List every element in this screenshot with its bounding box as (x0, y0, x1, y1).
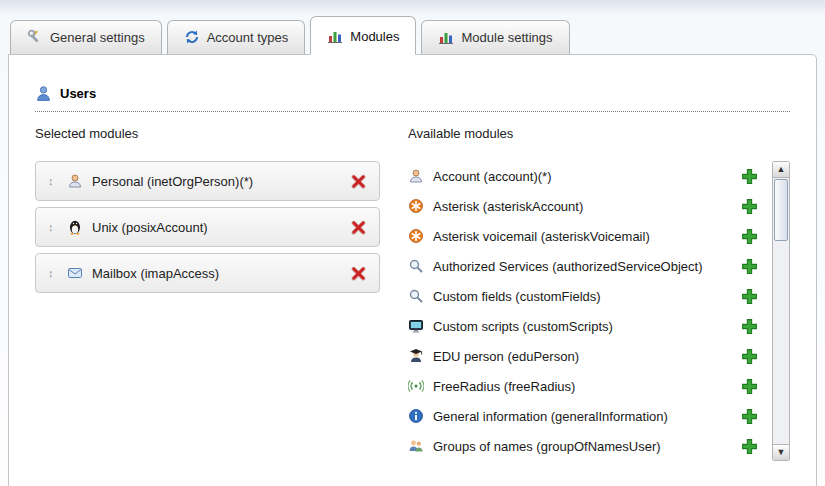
group-icon (408, 438, 424, 454)
scroll-down-button[interactable]: ▼ (773, 444, 789, 460)
info-icon (408, 408, 424, 424)
available-module-row: FreeRadius (freeRadius) (408, 371, 772, 401)
section-title: Users (60, 86, 96, 101)
add-module-button[interactable] (741, 228, 758, 245)
tab-label: Account types (207, 30, 289, 45)
module-label: Authorized Services (authorizedServiceOb… (433, 259, 741, 274)
drag-handle-icon[interactable]: ↕ (48, 267, 64, 279)
module-label: EDU person (eduPerson) (433, 349, 741, 364)
tab-label: Modules (350, 29, 399, 44)
asterisk-icon (408, 228, 424, 244)
module-label: Personal (inetOrgPerson)(*) (92, 174, 350, 189)
scroll-up-button[interactable]: ▲ (773, 162, 789, 178)
selected-module-row[interactable]: ↕ Personal (inetOrgPerson)(*) (35, 161, 380, 201)
edu-icon (408, 348, 424, 364)
asterisk-icon (408, 198, 424, 214)
module-label: FreeRadius (freeRadius) (433, 379, 741, 394)
scrollbar-track[interactable] (773, 178, 789, 444)
selected-modules-heading: Selected modules (35, 126, 380, 141)
section-header: Users (35, 85, 790, 112)
tab-module-settings[interactable]: Module settings (421, 20, 569, 54)
available-modules-heading: Available modules (408, 126, 790, 141)
available-module-row: Custom scripts (customScripts) (408, 311, 772, 341)
module-label: Account (account)(*) (433, 169, 741, 184)
drag-handle-icon[interactable]: ↕ (48, 221, 64, 233)
magnifier-icon (408, 258, 424, 274)
available-module-row: Asterisk voicemail (asteriskVoicemail) (408, 221, 772, 251)
mail-icon (67, 265, 83, 281)
add-module-button[interactable] (741, 378, 758, 395)
available-modules-column: Available modules Account (account)(*) (408, 126, 790, 461)
user-blue-icon (35, 85, 52, 102)
tab-label: General settings (50, 30, 145, 45)
available-module-row: Asterisk (asteriskAccount) (408, 191, 772, 221)
available-module-row: Account (account)(*) (408, 161, 772, 191)
tab-general-settings[interactable]: General settings (10, 20, 162, 54)
module-label: Custom fields (customFields) (433, 289, 741, 304)
module-label: Groups of names (groupOfNamesUser) (433, 439, 741, 454)
modules-panel: Users Selected modules ↕ Personal (inetO… (8, 54, 817, 486)
add-module-button[interactable] (741, 318, 758, 335)
selected-modules-column: Selected modules ↕ Personal (inetOrgPers… (35, 126, 380, 461)
module-label: Unix (posixAccount) (92, 220, 350, 235)
tab-account-types[interactable]: Account types (167, 20, 306, 54)
chart-icon (327, 28, 343, 44)
remove-module-button[interactable] (350, 173, 367, 190)
remove-module-button[interactable] (350, 219, 367, 236)
module-columns: Selected modules ↕ Personal (inetOrgPers… (35, 126, 790, 461)
radius-icon (408, 378, 424, 394)
add-module-button[interactable] (741, 168, 758, 185)
add-module-button[interactable] (741, 288, 758, 305)
add-module-button[interactable] (741, 438, 758, 455)
add-module-button[interactable] (741, 258, 758, 275)
person-icon (408, 168, 424, 184)
drag-handle-icon[interactable]: ↕ (48, 175, 64, 187)
available-module-row: EDU person (eduPerson) (408, 341, 772, 371)
tools-icon (27, 29, 43, 45)
lam-configuration-page: General settings Account types Modules M… (0, 0, 825, 486)
add-module-button[interactable] (741, 348, 758, 365)
available-module-row: Authorized Services (authorizedServiceOb… (408, 251, 772, 281)
available-modules-area: Account (account)(*) Asterisk (asteriskA… (408, 161, 790, 461)
module-label: Asterisk (asteriskAccount) (433, 199, 741, 214)
selected-module-row[interactable]: ↕ Mailbox (imapAccess) (35, 253, 380, 293)
scrollbar[interactable]: ▲ ▼ (772, 161, 790, 461)
chart-icon (438, 29, 454, 45)
available-module-row: General information (generalInformation) (408, 401, 772, 431)
available-module-row: Groups of names (groupOfNamesUser) (408, 431, 772, 461)
tab-bar: General settings Account types Modules M… (0, 0, 825, 54)
tab-label: Module settings (461, 30, 552, 45)
add-module-button[interactable] (741, 198, 758, 215)
module-label: Mailbox (imapAccess) (92, 266, 350, 281)
module-label: Custom scripts (customScripts) (433, 319, 741, 334)
available-module-row: Custom fields (customFields) (408, 281, 772, 311)
magnifier-icon (408, 288, 424, 304)
scrollbar-thumb[interactable] (774, 179, 788, 241)
screen-icon (408, 318, 424, 334)
module-label: Asterisk voicemail (asteriskVoicemail) (433, 229, 741, 244)
add-module-button[interactable] (741, 408, 758, 425)
available-modules-list: Account (account)(*) Asterisk (asteriskA… (408, 161, 772, 461)
module-label: General information (generalInformation) (433, 409, 741, 424)
person-icon (67, 173, 83, 189)
sync-icon (184, 29, 200, 45)
remove-module-button[interactable] (350, 265, 367, 282)
tab-modules[interactable]: Modules (310, 16, 416, 55)
selected-modules-list: ↕ Personal (inetOrgPerson)(*) ↕ Unix (po… (35, 161, 380, 293)
selected-module-row[interactable]: ↕ Unix (posixAccount) (35, 207, 380, 247)
penguin-icon (67, 219, 83, 235)
